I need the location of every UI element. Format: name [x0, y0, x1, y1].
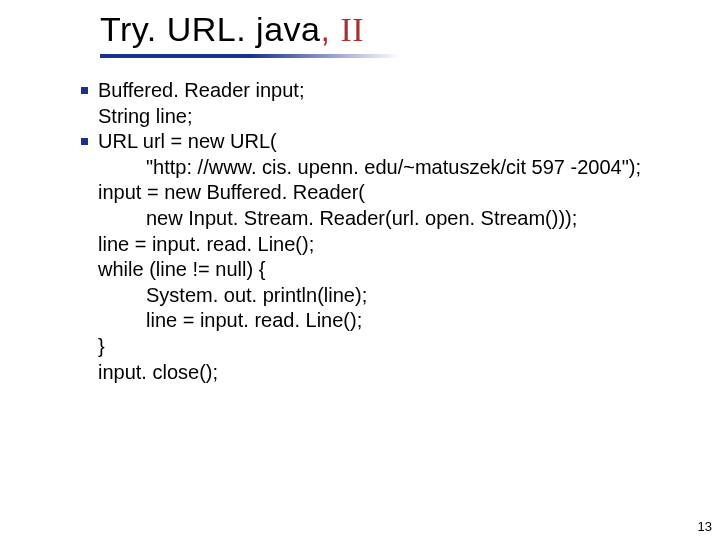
bullet-row-1: Buffered. Reader input; [70, 78, 690, 104]
code-row: String line; [70, 104, 690, 130]
bullet-icon [70, 129, 98, 145]
code-row: line = input. read. Line(); [70, 232, 690, 258]
code-line: input = new Buffered. Reader( [98, 180, 690, 206]
title-underline [100, 54, 400, 58]
content-area: Buffered. Reader input; String line; URL… [70, 78, 690, 385]
code-row: input = new Buffered. Reader( [70, 180, 690, 206]
code-line: new Input. Stream. Reader(url. open. Str… [98, 206, 690, 232]
code-line: Buffered. Reader input; [98, 78, 690, 104]
bullet-row-2: URL url = new URL( [70, 129, 690, 155]
code-row: System. out. println(line); [70, 283, 690, 309]
code-line: URL url = new URL( [98, 129, 690, 155]
code-row: } [70, 334, 690, 360]
code-row: input. close(); [70, 360, 690, 386]
title-main: Try. URL. java [100, 10, 320, 48]
code-line: "http: //www. cis. upenn. edu/~matuszek/… [98, 155, 690, 181]
slide-title: Try. URL. java, II [100, 10, 364, 49]
code-line: System. out. println(line); [98, 283, 690, 309]
code-line: input. close(); [98, 360, 690, 386]
code-line: } [98, 334, 690, 360]
slide: Try. URL. java, II Buffered. Reader inpu… [0, 0, 720, 540]
bullet-icon [70, 78, 98, 94]
code-line: while (line != null) { [98, 257, 690, 283]
title-sep: , [320, 10, 340, 48]
code-line: line = input. read. Line(); [98, 308, 690, 334]
code-row: new Input. Stream. Reader(url. open. Str… [70, 206, 690, 232]
page-number: 13 [698, 519, 712, 534]
title-roman: II [340, 11, 364, 48]
code-line: line = input. read. Line(); [98, 232, 690, 258]
code-row: while (line != null) { [70, 257, 690, 283]
code-line: String line; [98, 104, 690, 130]
code-row: "http: //www. cis. upenn. edu/~matuszek/… [70, 155, 690, 181]
code-row: line = input. read. Line(); [70, 308, 690, 334]
